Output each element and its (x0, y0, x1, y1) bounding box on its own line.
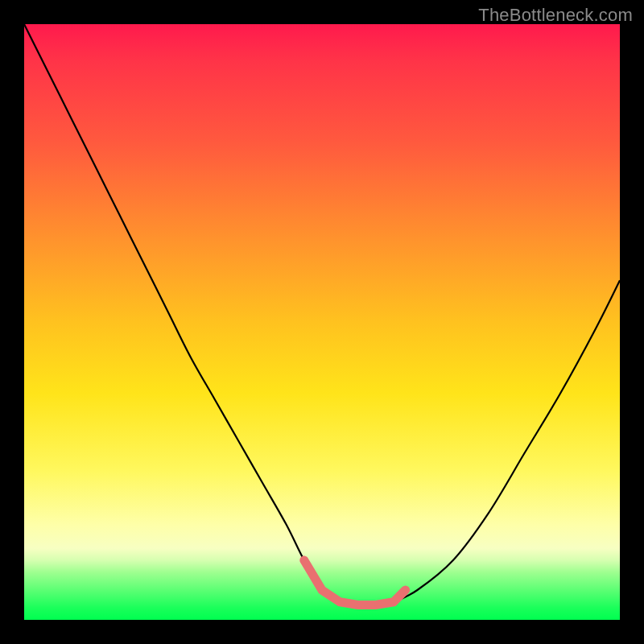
curve-layer (24, 24, 620, 620)
attribution-text: TheBottleneck.com (478, 5, 633, 26)
chart-frame: TheBottleneck.com (0, 0, 644, 644)
plot-area (24, 24, 620, 620)
highlighted-points (304, 560, 406, 605)
bottleneck-curve (24, 24, 620, 605)
